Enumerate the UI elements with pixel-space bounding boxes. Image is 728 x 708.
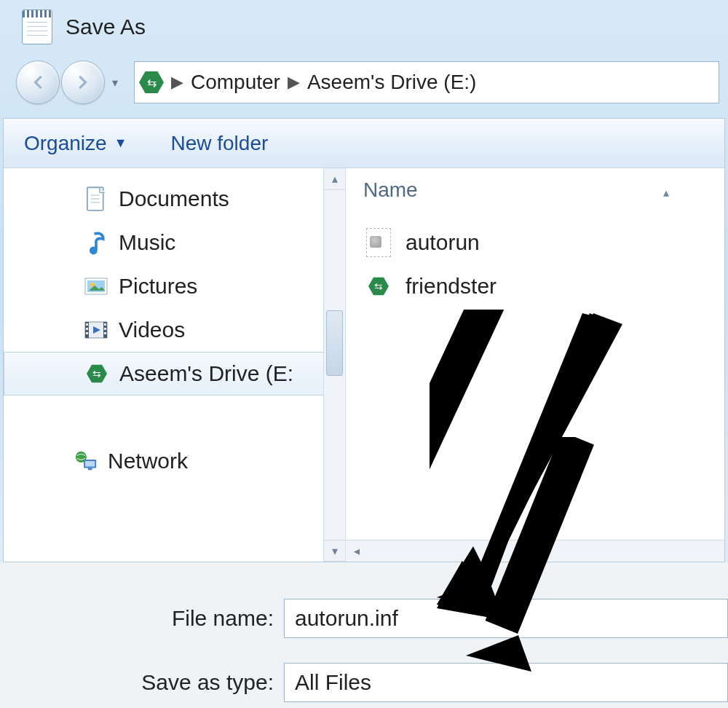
breadcrumb-path[interactable]: Aseem's Drive (E:) [307, 71, 477, 94]
filename-label: File name: [0, 606, 284, 631]
tree-item-videos[interactable]: Videos [4, 308, 345, 352]
tree-item-documents[interactable]: Documents [4, 177, 345, 221]
tree-item-label: Aseem's Drive (E: [119, 361, 293, 386]
svg-rect-20 [88, 468, 92, 470]
toolbar: Organize ▼ New folder [4, 119, 724, 168]
scroll-left-icon[interactable]: ◂ [346, 540, 368, 562]
breadcrumb-root[interactable]: Computer [191, 71, 280, 94]
filename-value: autorun.inf [295, 606, 398, 631]
network-icon [73, 449, 98, 473]
tree-item-label: Videos [119, 318, 185, 342]
tree-item-network[interactable]: Network [4, 439, 345, 483]
forward-button[interactable] [61, 60, 105, 104]
scroll-track[interactable] [324, 190, 345, 540]
svg-rect-11 [86, 323, 88, 326]
chevron-right-icon: ▶ [171, 73, 183, 92]
svg-point-4 [90, 246, 98, 254]
content-scrollbar-h[interactable]: ◂ [346, 540, 724, 562]
scroll-thumb[interactable] [326, 310, 343, 376]
application-icon: ⇆ [366, 274, 391, 299]
column-header-name[interactable]: Name ▴ [363, 178, 724, 221]
tree-item-pictures[interactable]: Pictures [4, 264, 345, 308]
pictures-icon [84, 274, 108, 299]
chevron-right-icon: ▶ [288, 73, 300, 92]
svg-rect-15 [104, 328, 106, 330]
svg-rect-13 [86, 332, 88, 334]
filename-input[interactable]: autorun.inf [284, 599, 728, 638]
organize-label: Organize [24, 132, 107, 155]
inf-file-icon [366, 228, 391, 257]
drive-icon: ⇆ [84, 361, 109, 386]
tree-scrollbar[interactable]: ▴ ▾ [323, 168, 345, 562]
file-item[interactable]: autorun [363, 221, 724, 264]
svg-rect-19 [85, 461, 95, 467]
tree-item-label: Network [108, 449, 188, 473]
saveastype-dropdown[interactable]: All Files [284, 663, 728, 702]
scroll-up-icon[interactable]: ▴ [324, 168, 345, 190]
nav-buttons: ▾ [16, 60, 131, 104]
split-body: Documents Music Pictures [4, 168, 724, 562]
file-item-label: friendster [405, 274, 496, 299]
tree-item-label: Music [119, 230, 175, 255]
videos-icon [84, 318, 108, 342]
organize-menu[interactable]: Organize ▼ [24, 132, 127, 155]
chevron-down-icon: ▼ [114, 135, 127, 151]
back-button[interactable] [16, 60, 60, 104]
scroll-track[interactable] [368, 540, 724, 562]
notepad-icon [22, 9, 52, 44]
breadcrumb[interactable]: ⇆ ▶ Computer ▶ Aseem's Drive (E:) [134, 61, 719, 103]
new-folder-button[interactable]: New folder [170, 132, 268, 155]
drive-icon: ⇆ [139, 70, 164, 95]
saveastype-value: All Files [295, 670, 371, 695]
tree-item-label: Documents [119, 186, 229, 211]
nav-row: ▾ ⇆ ▶ Computer ▶ Aseem's Drive (E:) [0, 51, 728, 118]
document-icon [84, 186, 108, 211]
file-item[interactable]: ⇆ friendster [363, 264, 724, 308]
svg-rect-12 [86, 328, 88, 330]
tree-item-music[interactable]: Music [4, 221, 345, 264]
folder-tree: Documents Music Pictures [4, 168, 346, 562]
svg-rect-16 [104, 332, 106, 334]
sort-caret-icon: ▴ [663, 186, 669, 199]
tree-item-drive[interactable]: ⇆ Aseem's Drive (E: [4, 352, 345, 396]
scroll-down-icon[interactable]: ▾ [324, 540, 345, 562]
column-header-label: Name [363, 178, 418, 201]
file-item-label: autorun [405, 230, 480, 255]
recent-locations-dropdown[interactable]: ▾ [106, 74, 124, 91]
title-bar: Save As [0, 0, 728, 51]
explorer-panel: Organize ▼ New folder Documents Music [3, 118, 725, 562]
save-form: File name: autorun.inf Save as type: All… [0, 562, 728, 708]
tree-item-label: Pictures [119, 274, 197, 299]
svg-rect-14 [104, 323, 106, 326]
music-icon [84, 230, 108, 255]
file-list-pane: Name ▴ autorun ⇆ friendster ◂ [346, 168, 724, 562]
saveastype-label: Save as type: [0, 670, 284, 695]
window-title: Save As [66, 15, 146, 39]
